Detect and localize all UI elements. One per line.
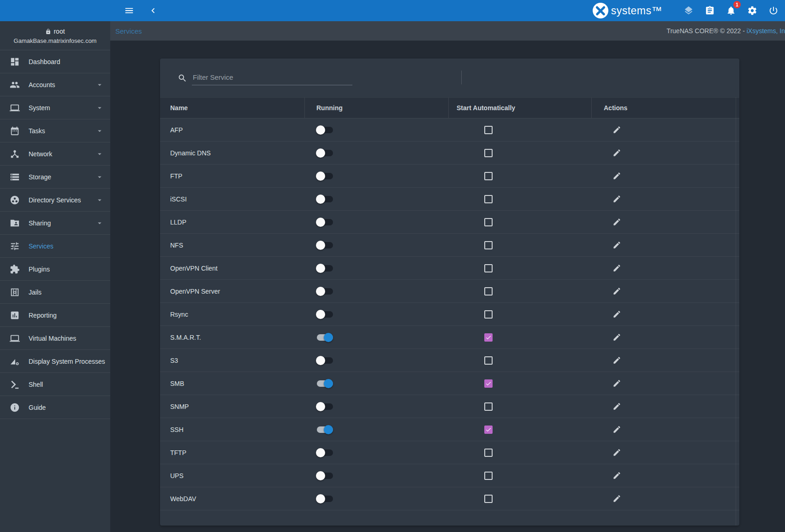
start-automatically-checkbox-openvpn-server[interactable] [484,287,493,296]
running-toggle-smb[interactable] [316,379,333,388]
edit-pencil-icon-lldp[interactable] [610,215,624,229]
start-automatically-checkbox-ssh[interactable] [484,426,493,434]
column-header-actions[interactable]: Actions [591,98,739,118]
edit-pencil-icon-s-m-a-r-t[interactable] [610,331,624,344]
sidebar-item-dashboard[interactable]: Dashboard [0,50,110,73]
edit-pencil-icon-iscsi[interactable] [610,192,624,206]
start-automatically-checkbox-snmp[interactable] [484,402,493,411]
filter-service-input[interactable] [192,71,352,85]
running-toggle-nfs[interactable] [316,241,333,250]
column-header-start-automatically[interactable]: Start Automatically [448,98,591,118]
running-toggle-openvpn-client[interactable] [316,264,333,273]
sidebar-item-tasks[interactable]: Tasks [0,119,110,142]
running-toggle-afp[interactable] [316,125,333,135]
running-toggle-snmp[interactable] [316,402,333,411]
edit-pencil-icon-afp[interactable] [610,123,624,137]
power-icon[interactable] [766,3,781,18]
start-automatically-checkbox-iscsi[interactable] [484,195,493,203]
sidebar-item-virtual-machines[interactable]: Virtual Machines [0,327,110,350]
table-row-ups: UPS [160,464,739,487]
collapse-nav-icon[interactable] [145,3,161,18]
edit-pencil-icon-tftp[interactable] [610,446,624,460]
ixsystems-link[interactable]: iXsystems, In [747,27,785,35]
start-automatically-checkbox-dynamic-dns[interactable] [484,149,493,157]
sidebar-item-system[interactable]: System [0,96,110,119]
running-toggle-tftp[interactable] [316,448,333,457]
table-row-dynamic-dns: Dynamic DNS [160,142,739,165]
sidebar-item-display-system-processes[interactable]: Display System Processes [0,350,110,373]
people-icon [9,79,20,90]
sidebar-item-reporting[interactable]: Reporting [0,304,110,327]
running-toggle-ssh[interactable] [316,425,333,434]
ix-logo-text: systems™ [611,5,662,17]
service-name: S3 [170,357,178,364]
truecommand-layers-icon[interactable] [681,3,696,18]
edit-pencil-icon-s3[interactable] [610,354,624,367]
sidebar-item-jails[interactable]: Jails [0,281,110,304]
sidebar-item-network[interactable]: Network [0,142,110,166]
edit-pencil-icon-ftp[interactable] [610,169,624,183]
chevron-down-icon [95,127,104,135]
running-toggle-webdav[interactable] [316,494,333,503]
running-toggle-iscsi[interactable] [316,195,333,204]
running-toggle-dynamic-dns[interactable] [316,148,333,158]
edit-pencil-icon-nfs[interactable] [610,238,624,252]
column-header-name[interactable]: Name [160,98,304,118]
sidebar-item-services[interactable]: Services [0,235,110,258]
start-automatically-checkbox-rsync[interactable] [484,310,493,319]
edit-pencil-icon-ssh[interactable] [610,423,624,437]
start-automatically-checkbox-webdav[interactable] [484,495,493,503]
running-toggle-openvpn-server[interactable] [316,287,333,296]
network-icon [9,148,20,160]
start-automatically-checkbox-openvpn-client[interactable] [484,264,493,272]
sidebar-item-label: Display System Processes [29,358,105,365]
edit-pencil-icon-openvpn-server[interactable] [610,284,624,298]
task-manager-clipboard-icon[interactable] [702,3,718,18]
running-toggle-s-m-a-r-t[interactable] [316,333,333,342]
start-automatically-checkbox-ftp[interactable] [484,172,493,180]
start-automatically-checkbox-smb[interactable] [484,379,493,388]
jails-icon [9,287,20,298]
start-automatically-checkbox-lldp[interactable] [484,218,493,226]
sidebar-item-accounts[interactable]: Accounts [0,73,110,96]
running-toggle-ftp[interactable] [316,171,333,181]
sidebar-item-label: Virtual Machines [29,335,76,342]
sidebar-item-sharing[interactable]: Sharing [0,212,110,235]
menu-icon[interactable] [121,3,137,18]
column-header-running[interactable]: Running [304,98,448,118]
edit-pencil-icon-openvpn-client[interactable] [610,261,624,275]
sidebar-item-storage[interactable]: Storage [0,166,110,189]
running-toggle-lldp[interactable] [316,218,333,227]
sidebar-item-guide[interactable]: Guide [0,396,110,419]
edit-pencil-icon-rsync[interactable] [610,307,624,321]
start-automatically-checkbox-afp[interactable] [484,126,493,134]
edit-pencil-icon-dynamic-dns[interactable] [610,146,624,160]
running-toggle-ups[interactable] [316,471,333,480]
breadcrumb-bar: Services TrueNAS CORE® © 2022 - iXsystem… [110,21,785,41]
filter-column-divider [461,71,462,84]
settings-gear-icon[interactable] [744,3,760,18]
ixsystems-logo: systems™ [593,3,662,18]
start-automatically-checkbox-s-m-a-r-t[interactable] [484,333,493,342]
service-name: FTP [170,172,182,180]
chart-icon [9,310,20,321]
sidebar-item-label: Directory Services [29,196,81,204]
breadcrumb-services[interactable]: Services [115,27,142,35]
table-row-nfs: NFS [160,234,739,257]
table-row-webdav: WebDAV [160,487,739,510]
edit-pencil-icon-snmp[interactable] [610,400,624,414]
edit-pencil-icon-smb[interactable] [610,377,624,390]
start-automatically-checkbox-ups[interactable] [484,472,493,480]
edit-pencil-icon-webdav[interactable] [610,492,624,506]
directory-icon [9,195,20,206]
running-toggle-s3[interactable] [316,356,333,365]
start-automatically-checkbox-tftp[interactable] [484,449,493,457]
sidebar-item-directory-services[interactable]: Directory Services [0,189,110,212]
edit-pencil-icon-ups[interactable] [610,469,624,483]
running-toggle-rsync[interactable] [316,310,333,319]
sidebar-item-shell[interactable]: Shell [0,373,110,396]
start-automatically-checkbox-nfs[interactable] [484,241,493,249]
notifications-bell-icon[interactable]: 1 [723,3,739,18]
sidebar-item-plugins[interactable]: Plugins [0,258,110,281]
start-automatically-checkbox-s3[interactable] [484,356,493,365]
